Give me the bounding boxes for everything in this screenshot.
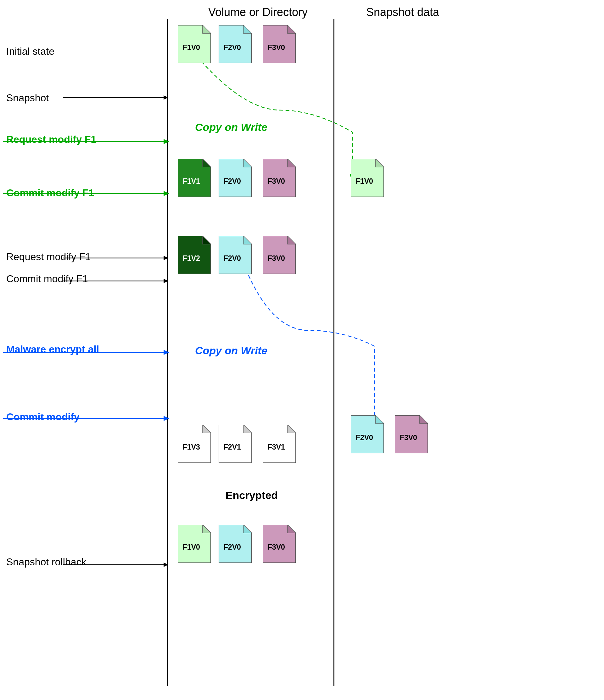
vline-right bbox=[333, 19, 334, 686]
svg-marker-31 bbox=[244, 159, 252, 167]
svg-text:F2V0: F2V0 bbox=[224, 543, 241, 551]
file-f2v1-row4: F2V1 bbox=[219, 425, 252, 462]
file-f1v1-row2: F1V1 bbox=[178, 159, 211, 197]
svg-text:F1V0: F1V0 bbox=[183, 44, 200, 52]
svg-marker-55 bbox=[287, 425, 296, 433]
file-f2v0-row1: F2V0 bbox=[219, 25, 252, 63]
diagram-container: Volume or Directory Snapshot data bbox=[0, 0, 604, 700]
svg-text:F3V0: F3V0 bbox=[268, 44, 285, 52]
svg-text:F1V0: F1V0 bbox=[183, 543, 200, 551]
file-f2v0-row3: F2V0 bbox=[219, 236, 252, 274]
label-commit-modify-green: Commit modify F1 bbox=[6, 187, 94, 199]
svg-marker-19 bbox=[203, 25, 211, 33]
svg-marker-3 bbox=[163, 139, 169, 144]
label-request-modify-green: Request modify F1 bbox=[6, 134, 96, 145]
file-f2v0-rollback: F2V0 bbox=[219, 525, 252, 562]
col-header-volume: Volume or Directory bbox=[185, 6, 330, 19]
svg-marker-5 bbox=[163, 191, 169, 196]
label-copy-on-write-green: Copy on Write bbox=[195, 121, 268, 133]
label-malware-encrypt: Malware encrypt all bbox=[6, 344, 99, 355]
svg-marker-70 bbox=[287, 525, 296, 533]
file-f1v2-row3: F1V2 bbox=[178, 236, 211, 274]
svg-text:F1V2: F1V2 bbox=[183, 254, 200, 262]
svg-marker-25 bbox=[287, 25, 296, 33]
svg-text:F2V0: F2V0 bbox=[224, 254, 241, 262]
svg-text:F3V0: F3V0 bbox=[268, 254, 285, 262]
file-f3v0-snap2: F3V0 bbox=[395, 415, 428, 453]
svg-marker-43 bbox=[244, 236, 252, 244]
file-f1v3-row4: F1V3 bbox=[178, 425, 211, 462]
svg-marker-40 bbox=[203, 236, 211, 244]
label-snapshot-rollback: Snapshot rollback bbox=[6, 556, 86, 568]
svg-text:F2V0: F2V0 bbox=[356, 433, 373, 442]
svg-marker-67 bbox=[244, 525, 252, 533]
label-commit-modify-blue: Commit modify bbox=[6, 411, 80, 423]
svg-text:F1V0: F1V0 bbox=[356, 177, 373, 185]
label-commit-modify-black: Commit modify F1 bbox=[6, 273, 88, 285]
svg-marker-22 bbox=[244, 25, 252, 33]
file-f2v0-snap2: F2V0 bbox=[351, 415, 384, 453]
svg-text:F2V1: F2V1 bbox=[224, 443, 241, 451]
svg-marker-58 bbox=[376, 415, 384, 423]
file-f1v0-snap: F1V0 bbox=[351, 159, 384, 197]
file-f2v0-row2: F2V0 bbox=[219, 159, 252, 197]
file-f3v0-row1: F3V0 bbox=[263, 25, 296, 63]
svg-marker-61 bbox=[420, 415, 428, 423]
svg-text:F3V1: F3V1 bbox=[268, 443, 285, 451]
label-snapshot: Snapshot bbox=[6, 92, 49, 104]
file-f3v0-rollback: F3V0 bbox=[263, 525, 296, 562]
svg-text:F2V0: F2V0 bbox=[224, 177, 241, 185]
svg-marker-11 bbox=[163, 350, 169, 355]
vline-left bbox=[167, 19, 168, 686]
svg-marker-64 bbox=[203, 525, 211, 533]
svg-text:F2V0: F2V0 bbox=[224, 44, 241, 52]
svg-marker-52 bbox=[244, 425, 252, 433]
label-copy-on-write-blue: Copy on Write bbox=[195, 345, 268, 357]
svg-text:F3V0: F3V0 bbox=[400, 433, 417, 442]
label-initial-state: Initial state bbox=[6, 46, 54, 57]
col-header-snapshot: Snapshot data bbox=[340, 6, 465, 19]
svg-text:F1V3: F1V3 bbox=[183, 443, 200, 451]
svg-marker-34 bbox=[287, 159, 296, 167]
label-request-modify-black: Request modify F1 bbox=[6, 251, 91, 263]
svg-text:F3V0: F3V0 bbox=[268, 177, 285, 185]
svg-marker-37 bbox=[376, 159, 384, 167]
svg-marker-46 bbox=[287, 236, 296, 244]
svg-marker-13 bbox=[163, 416, 169, 421]
file-f1v0-row1: F1V0 bbox=[178, 25, 211, 63]
file-f3v1-row4: F3V1 bbox=[263, 425, 296, 462]
svg-text:F3V0: F3V0 bbox=[268, 543, 285, 551]
file-f1v0-rollback: F1V0 bbox=[178, 525, 211, 562]
svg-marker-49 bbox=[203, 425, 211, 433]
label-encrypted: Encrypted bbox=[198, 489, 305, 501]
svg-marker-28 bbox=[203, 159, 211, 167]
file-f3v0-row2: F3V0 bbox=[263, 159, 296, 197]
file-f3v0-row3: F3V0 bbox=[263, 236, 296, 274]
svg-text:F1V1: F1V1 bbox=[183, 177, 200, 185]
